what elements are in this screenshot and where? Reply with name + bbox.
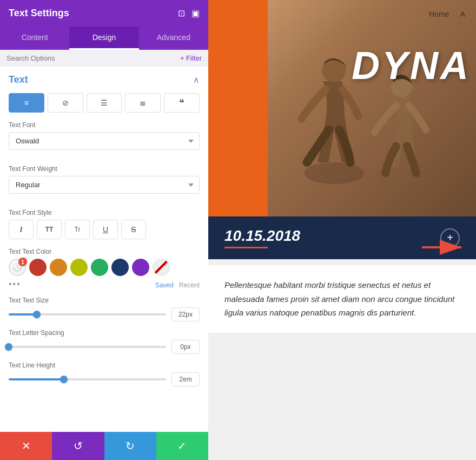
underline-button[interactable]: U bbox=[93, 220, 118, 239]
filter-button[interactable]: + Filter bbox=[180, 54, 202, 62]
letter-spacing-track[interactable] bbox=[9, 346, 166, 348]
text-font-weight-select[interactable]: Regular Bold Light Medium bbox=[9, 176, 200, 194]
text-section-header: Text ∧ bbox=[9, 74, 200, 86]
bottom-toolbar: ✕ ↺ ↻ ✓ bbox=[0, 432, 208, 460]
line-height-input[interactable] bbox=[171, 372, 200, 386]
text-size-label: Text Text Size bbox=[9, 297, 200, 304]
line-height-label: Text Line Height bbox=[9, 362, 200, 369]
align-right-button[interactable]: ≣ bbox=[125, 93, 161, 113]
date-text: 10.15.2018 bbox=[224, 227, 300, 245]
hero-section: DYNA bbox=[208, 0, 476, 216]
cancel-button[interactable]: ✕ bbox=[0, 432, 52, 460]
text-font-style-label: Text Font Style bbox=[9, 209, 200, 216]
hero-text: DYNA bbox=[352, 43, 476, 88]
undo-icon: ↺ bbox=[74, 439, 83, 452]
text-color-group: Text Text Color 1 ••• bbox=[9, 248, 200, 289]
line-height-slider-row bbox=[9, 372, 200, 386]
body-text: Pellentesque habitant morbi tristique se… bbox=[224, 278, 460, 320]
text-font-group: Text Font Oswald Arial Roboto Georgia bbox=[9, 121, 200, 157]
text-font-label: Text Font bbox=[9, 121, 200, 129]
line-height-thumb[interactable] bbox=[60, 376, 68, 383]
preview-panel: Home A bbox=[208, 0, 476, 460]
letter-spacing-group: Text Letter Spacing bbox=[9, 329, 200, 354]
text-font-style-group: Text Font Style I TT Tr U S bbox=[9, 209, 200, 239]
strikethrough-button[interactable]: S bbox=[121, 220, 146, 239]
tab-design[interactable]: Design bbox=[69, 27, 138, 50]
expand-icon[interactable]: ⊡ bbox=[178, 8, 185, 18]
collapse-section-icon[interactable]: ∧ bbox=[193, 75, 200, 85]
color-swatch-purple[interactable] bbox=[132, 259, 149, 276]
line-height-track[interactable] bbox=[9, 378, 166, 380]
color-swatch-orange[interactable] bbox=[50, 259, 67, 276]
panel-header: Text Settings ⊡ ▣ bbox=[0, 0, 208, 27]
svg-point-0 bbox=[305, 162, 364, 184]
color-swatch-red[interactable] bbox=[29, 259, 47, 276]
tab-advanced[interactable]: Advanced bbox=[139, 27, 208, 50]
cancel-icon: ✕ bbox=[22, 439, 31, 452]
font-style-buttons: I TT Tr U S bbox=[9, 220, 200, 239]
align-buttons-group: ≡ ⊘ ☰ ≣ ❝ bbox=[9, 93, 200, 113]
date-underline bbox=[224, 247, 268, 248]
text-font-weight-group: Text Font Weight Regular Bold Light Medi… bbox=[9, 165, 200, 201]
redo-button[interactable]: ↻ bbox=[104, 432, 156, 460]
nav-home[interactable]: Home bbox=[429, 10, 449, 18]
orange-bar bbox=[208, 0, 268, 216]
tab-bar: Content Design Advanced bbox=[0, 27, 208, 50]
color-swatch-strikethrough[interactable] bbox=[153, 259, 170, 276]
hero-image bbox=[257, 0, 476, 216]
saved-tab[interactable]: Saved bbox=[155, 281, 174, 289]
text-font-select[interactable]: Oswald Arial Roboto Georgia bbox=[9, 132, 200, 150]
search-input[interactable] bbox=[6, 54, 180, 62]
letter-spacing-input[interactable] bbox=[171, 340, 200, 354]
text-size-track[interactable] bbox=[9, 313, 166, 316]
color-swatches-row: 1 bbox=[9, 259, 200, 276]
align-center-button[interactable]: ☰ bbox=[87, 93, 122, 113]
letter-spacing-label: Text Letter Spacing bbox=[9, 329, 200, 337]
color-swatch-green[interactable] bbox=[91, 259, 108, 276]
tab-content[interactable]: Content bbox=[0, 27, 69, 50]
letter-spacing-thumb[interactable] bbox=[5, 343, 12, 351]
align-left-button[interactable]: ≡ bbox=[9, 93, 44, 113]
search-bar: + Filter bbox=[0, 50, 208, 67]
text-size-slider-row bbox=[9, 307, 200, 321]
undo-button[interactable]: ↺ bbox=[52, 432, 104, 460]
italic-button[interactable]: I bbox=[9, 220, 34, 239]
align-none-button[interactable]: ⊘ bbox=[48, 93, 83, 113]
nav-a[interactable]: A bbox=[460, 10, 465, 18]
capitalize-button[interactable]: Tr bbox=[65, 220, 90, 239]
save-button[interactable]: ✓ bbox=[156, 432, 208, 460]
text-size-thumb[interactable] bbox=[33, 311, 41, 318]
body-text-section: Pellentesque habitant morbi tristique se… bbox=[208, 265, 476, 333]
text-section-title: Text bbox=[9, 74, 28, 86]
nav-bar: Home A bbox=[208, 0, 476, 28]
more-colors-icon[interactable]: ••• bbox=[9, 279, 21, 289]
uppercase-button[interactable]: TT bbox=[37, 220, 62, 239]
color-tabs: Saved Recent bbox=[155, 281, 200, 289]
save-icon: ✓ bbox=[177, 439, 187, 452]
redo-icon: ↻ bbox=[125, 439, 135, 452]
text-color-label: Text Text Color bbox=[9, 248, 200, 255]
color-swatch-yellow[interactable] bbox=[70, 259, 88, 276]
panel-header-actions: ⊡ ▣ bbox=[178, 8, 200, 18]
arrow-indicator bbox=[419, 239, 468, 255]
panel-title: Text Settings bbox=[9, 8, 69, 19]
text-font-weight-label: Text Font Weight bbox=[9, 165, 200, 173]
letter-spacing-slider-row bbox=[9, 340, 200, 354]
text-size-input[interactable] bbox=[171, 307, 200, 321]
panel-content: Text ∧ ≡ ⊘ ☰ ≣ ❝ Text Font Oswald Arial … bbox=[0, 67, 208, 432]
color-swatch-transparent[interactable]: 1 bbox=[9, 259, 26, 276]
text-size-group: Text Text Size bbox=[9, 297, 200, 321]
line-height-group: Text Line Height bbox=[9, 362, 200, 386]
recent-tab[interactable]: Recent bbox=[179, 281, 200, 289]
align-quote-button[interactable]: ❝ bbox=[164, 93, 200, 113]
color-swatch-navy[interactable] bbox=[111, 259, 129, 276]
collapse-icon[interactable]: ▣ bbox=[191, 8, 200, 18]
settings-panel: Text Settings ⊡ ▣ Content Design Advance… bbox=[0, 0, 208, 460]
